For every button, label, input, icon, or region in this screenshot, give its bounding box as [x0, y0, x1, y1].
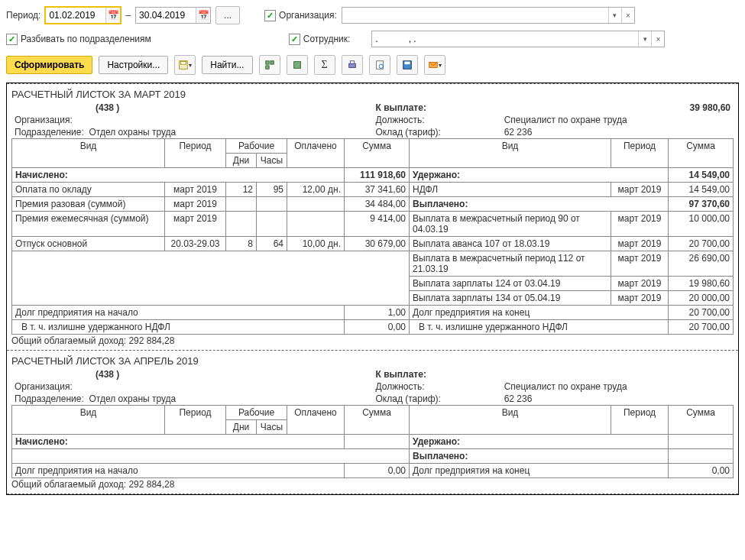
dept-label: Подразделение: — [15, 127, 84, 138]
org-label: Организация: — [279, 10, 337, 21]
taxable-value: 292 884,28 — [128, 479, 174, 490]
org-label: Организация: — [11, 114, 373, 126]
pos-value: Специалист по охране труда — [501, 380, 734, 393]
svg-rect-2 — [265, 61, 268, 64]
dept-value: Отдел охраны труда — [89, 393, 176, 404]
salary-label: Оклад (тариф): — [373, 393, 501, 405]
pay-label: К выплате: — [373, 102, 501, 114]
org-label: Организация: — [11, 380, 373, 393]
pay-label: К выплате: — [373, 368, 501, 380]
form-button[interactable]: Сформировать — [6, 56, 92, 74]
clear-icon[interactable]: × — [651, 31, 664, 47]
svg-rect-7 — [350, 61, 354, 64]
find-button[interactable]: Найти... — [202, 56, 252, 74]
sum-icon[interactable]: Σ — [314, 55, 335, 75]
svg-rect-6 — [348, 63, 355, 67]
settings-save-icon[interactable]: ▾ — [174, 55, 196, 75]
save-icon[interactable] — [397, 55, 418, 75]
split-checkbox[interactable]: Разбивать по подразделениям — [6, 34, 151, 45]
org-combo[interactable]: ▾ × — [342, 7, 635, 24]
org-input[interactable] — [342, 8, 608, 22]
date-from-input[interactable] — [46, 10, 105, 21]
date-to-field[interactable]: 📅 — [135, 7, 211, 24]
date-to-input[interactable] — [136, 10, 196, 21]
expand-icon[interactable] — [259, 55, 280, 75]
payroll-table: Вид Период Рабочие Оплачено Сумма Вид Пе… — [11, 138, 734, 335]
dropdown-icon[interactable]: ▾ — [608, 8, 621, 23]
split-label: Разбивать по подразделениям — [21, 34, 151, 44]
checkbox-icon — [6, 34, 18, 45]
svg-rect-3 — [270, 61, 273, 64]
taxable-value: 292 884,28 — [128, 335, 174, 346]
org-checkbox[interactable]: Организация: — [264, 10, 337, 21]
salary-value: 62 236 — [501, 126, 734, 138]
checkbox-icon — [289, 34, 300, 45]
date-from-field[interactable]: 📅 — [45, 7, 121, 24]
dropdown-icon[interactable]: ▾ — [638, 31, 651, 47]
taxable-label: Общий облагаемый доход: — [11, 479, 126, 490]
email-icon[interactable]: ▾ — [424, 55, 445, 75]
calendar-icon[interactable]: 📅 — [105, 8, 120, 23]
dash: – — [125, 10, 131, 21]
emp-code: (438 ) — [11, 102, 373, 114]
svg-rect-5 — [293, 62, 300, 69]
report-area: РАСЧЕТНЫЙ ЛИСТОК ЗА МАРТ 2019 (438 ) Орг… — [6, 83, 739, 495]
pay-value: 39 980,60 — [528, 102, 734, 114]
salary-label: Оклад (тариф): — [373, 126, 501, 138]
print-icon[interactable] — [342, 55, 363, 75]
emp-checkbox[interactable]: Сотрудник: — [289, 34, 351, 45]
taxable-label: Общий облагаемый доход: — [11, 335, 126, 346]
settings-button[interactable]: Настройки... — [99, 56, 168, 74]
emp-code: (438 ) — [11, 368, 373, 380]
emp-label: Сотрудник: — [303, 34, 351, 44]
payroll-table: ВидПериодРабочиеОплаченоСумма ВидПериодС… — [11, 405, 734, 478]
sheet-title: РАСЧЕТНЫЙ ЛИСТОК ЗА АПРЕЛЬ 2019 — [11, 355, 734, 367]
checkbox-icon — [264, 10, 276, 21]
salary-value: 62 236 — [501, 393, 734, 405]
svg-rect-1 — [181, 62, 186, 65]
preview-icon[interactable] — [369, 55, 390, 75]
dept-value: Отдел охраны труда — [89, 127, 176, 138]
clear-icon[interactable]: × — [621, 8, 634, 23]
collapse-icon[interactable] — [287, 55, 308, 75]
pos-label: Должность: — [373, 114, 501, 126]
svg-rect-4 — [265, 66, 268, 69]
period-label: Период: — [6, 10, 40, 21]
emp-combo[interactable]: ▾ × — [371, 31, 665, 47]
svg-rect-11 — [404, 62, 410, 65]
calendar-icon[interactable]: 📅 — [196, 8, 210, 23]
dept-label: Подразделение: — [15, 393, 84, 404]
emp-input[interactable] — [372, 32, 638, 46]
pos-label: Должность: — [373, 380, 501, 393]
pos-value: Специалист по охране труда — [501, 114, 734, 126]
period-picker-button[interactable]: ... — [215, 6, 240, 24]
sheet-title: РАСЧЕТНЫЙ ЛИСТОК ЗА МАРТ 2019 — [11, 89, 734, 100]
